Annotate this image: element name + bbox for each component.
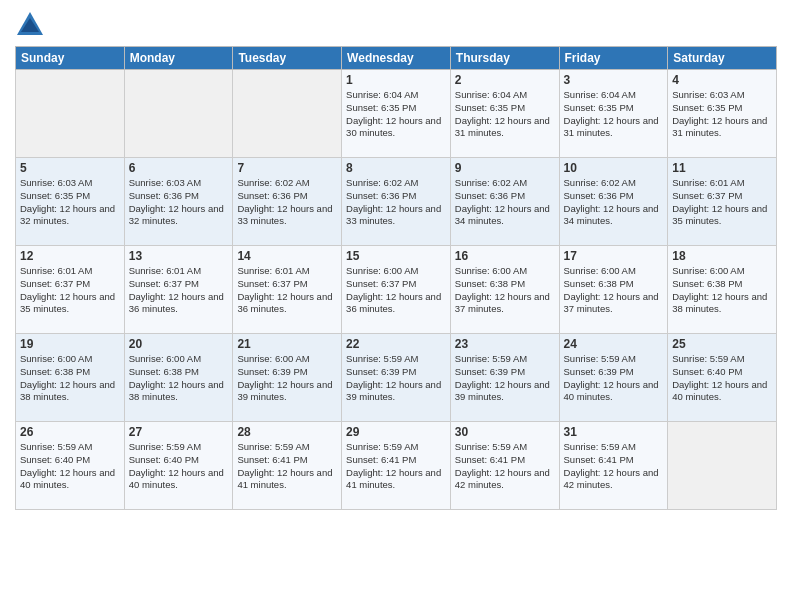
weekday-header: Friday	[559, 47, 668, 70]
day-number: 2	[455, 73, 555, 87]
day-number: 22	[346, 337, 446, 351]
calendar-cell: 8Sunrise: 6:02 AM Sunset: 6:36 PM Daylig…	[342, 158, 451, 246]
day-info: Sunrise: 6:02 AM Sunset: 6:36 PM Dayligh…	[346, 177, 446, 228]
day-info: Sunrise: 6:01 AM Sunset: 6:37 PM Dayligh…	[237, 265, 337, 316]
calendar-cell: 28Sunrise: 5:59 AM Sunset: 6:41 PM Dayli…	[233, 422, 342, 510]
day-number: 31	[564, 425, 664, 439]
calendar-cell: 9Sunrise: 6:02 AM Sunset: 6:36 PM Daylig…	[450, 158, 559, 246]
calendar-cell: 16Sunrise: 6:00 AM Sunset: 6:38 PM Dayli…	[450, 246, 559, 334]
day-info: Sunrise: 5:59 AM Sunset: 6:39 PM Dayligh…	[346, 353, 446, 404]
calendar-week-row: 1Sunrise: 6:04 AM Sunset: 6:35 PM Daylig…	[16, 70, 777, 158]
calendar-cell	[124, 70, 233, 158]
calendar-cell: 11Sunrise: 6:01 AM Sunset: 6:37 PM Dayli…	[668, 158, 777, 246]
weekday-header: Sunday	[16, 47, 125, 70]
calendar-cell: 14Sunrise: 6:01 AM Sunset: 6:37 PM Dayli…	[233, 246, 342, 334]
calendar-cell: 13Sunrise: 6:01 AM Sunset: 6:37 PM Dayli…	[124, 246, 233, 334]
calendar-cell: 10Sunrise: 6:02 AM Sunset: 6:36 PM Dayli…	[559, 158, 668, 246]
day-info: Sunrise: 6:02 AM Sunset: 6:36 PM Dayligh…	[455, 177, 555, 228]
calendar-cell: 6Sunrise: 6:03 AM Sunset: 6:36 PM Daylig…	[124, 158, 233, 246]
day-number: 28	[237, 425, 337, 439]
day-number: 26	[20, 425, 120, 439]
day-number: 20	[129, 337, 229, 351]
calendar-cell	[668, 422, 777, 510]
day-info: Sunrise: 6:00 AM Sunset: 6:37 PM Dayligh…	[346, 265, 446, 316]
weekday-header: Wednesday	[342, 47, 451, 70]
day-number: 29	[346, 425, 446, 439]
day-info: Sunrise: 6:00 AM Sunset: 6:38 PM Dayligh…	[564, 265, 664, 316]
day-info: Sunrise: 6:02 AM Sunset: 6:36 PM Dayligh…	[237, 177, 337, 228]
day-number: 10	[564, 161, 664, 175]
calendar-cell: 2Sunrise: 6:04 AM Sunset: 6:35 PM Daylig…	[450, 70, 559, 158]
day-number: 25	[672, 337, 772, 351]
calendar-cell: 4Sunrise: 6:03 AM Sunset: 6:35 PM Daylig…	[668, 70, 777, 158]
day-info: Sunrise: 5:59 AM Sunset: 6:39 PM Dayligh…	[564, 353, 664, 404]
calendar-cell: 30Sunrise: 5:59 AM Sunset: 6:41 PM Dayli…	[450, 422, 559, 510]
day-info: Sunrise: 5:59 AM Sunset: 6:41 PM Dayligh…	[455, 441, 555, 492]
day-info: Sunrise: 6:04 AM Sunset: 6:35 PM Dayligh…	[346, 89, 446, 140]
calendar-cell: 20Sunrise: 6:00 AM Sunset: 6:38 PM Dayli…	[124, 334, 233, 422]
calendar-cell: 12Sunrise: 6:01 AM Sunset: 6:37 PM Dayli…	[16, 246, 125, 334]
calendar-cell: 27Sunrise: 5:59 AM Sunset: 6:40 PM Dayli…	[124, 422, 233, 510]
calendar: SundayMondayTuesdayWednesdayThursdayFrid…	[15, 46, 777, 510]
day-info: Sunrise: 6:03 AM Sunset: 6:36 PM Dayligh…	[129, 177, 229, 228]
day-number: 21	[237, 337, 337, 351]
logo-icon	[15, 10, 45, 40]
day-info: Sunrise: 6:01 AM Sunset: 6:37 PM Dayligh…	[20, 265, 120, 316]
day-number: 27	[129, 425, 229, 439]
calendar-cell: 31Sunrise: 5:59 AM Sunset: 6:41 PM Dayli…	[559, 422, 668, 510]
day-number: 13	[129, 249, 229, 263]
header	[15, 10, 777, 40]
calendar-cell: 7Sunrise: 6:02 AM Sunset: 6:36 PM Daylig…	[233, 158, 342, 246]
calendar-week-row: 19Sunrise: 6:00 AM Sunset: 6:38 PM Dayli…	[16, 334, 777, 422]
day-number: 17	[564, 249, 664, 263]
day-info: Sunrise: 6:00 AM Sunset: 6:38 PM Dayligh…	[20, 353, 120, 404]
weekday-header: Tuesday	[233, 47, 342, 70]
weekday-header: Monday	[124, 47, 233, 70]
calendar-cell: 15Sunrise: 6:00 AM Sunset: 6:37 PM Dayli…	[342, 246, 451, 334]
day-info: Sunrise: 6:01 AM Sunset: 6:37 PM Dayligh…	[672, 177, 772, 228]
page: SundayMondayTuesdayWednesdayThursdayFrid…	[0, 0, 792, 612]
day-info: Sunrise: 6:03 AM Sunset: 6:35 PM Dayligh…	[20, 177, 120, 228]
day-info: Sunrise: 5:59 AM Sunset: 6:39 PM Dayligh…	[455, 353, 555, 404]
day-info: Sunrise: 5:59 AM Sunset: 6:41 PM Dayligh…	[237, 441, 337, 492]
day-number: 7	[237, 161, 337, 175]
calendar-cell: 25Sunrise: 5:59 AM Sunset: 6:40 PM Dayli…	[668, 334, 777, 422]
day-number: 24	[564, 337, 664, 351]
day-info: Sunrise: 5:59 AM Sunset: 6:40 PM Dayligh…	[129, 441, 229, 492]
calendar-week-row: 5Sunrise: 6:03 AM Sunset: 6:35 PM Daylig…	[16, 158, 777, 246]
day-number: 14	[237, 249, 337, 263]
day-info: Sunrise: 6:01 AM Sunset: 6:37 PM Dayligh…	[129, 265, 229, 316]
calendar-cell: 17Sunrise: 6:00 AM Sunset: 6:38 PM Dayli…	[559, 246, 668, 334]
day-info: Sunrise: 6:00 AM Sunset: 6:38 PM Dayligh…	[672, 265, 772, 316]
logo	[15, 10, 49, 40]
day-info: Sunrise: 5:59 AM Sunset: 6:40 PM Dayligh…	[20, 441, 120, 492]
calendar-cell: 29Sunrise: 5:59 AM Sunset: 6:41 PM Dayli…	[342, 422, 451, 510]
day-number: 6	[129, 161, 229, 175]
day-info: Sunrise: 6:00 AM Sunset: 6:38 PM Dayligh…	[455, 265, 555, 316]
calendar-cell: 22Sunrise: 5:59 AM Sunset: 6:39 PM Dayli…	[342, 334, 451, 422]
calendar-cell: 26Sunrise: 5:59 AM Sunset: 6:40 PM Dayli…	[16, 422, 125, 510]
calendar-cell: 1Sunrise: 6:04 AM Sunset: 6:35 PM Daylig…	[342, 70, 451, 158]
day-info: Sunrise: 6:00 AM Sunset: 6:39 PM Dayligh…	[237, 353, 337, 404]
day-number: 3	[564, 73, 664, 87]
day-number: 11	[672, 161, 772, 175]
calendar-cell: 19Sunrise: 6:00 AM Sunset: 6:38 PM Dayli…	[16, 334, 125, 422]
day-number: 1	[346, 73, 446, 87]
day-number: 8	[346, 161, 446, 175]
day-info: Sunrise: 5:59 AM Sunset: 6:41 PM Dayligh…	[564, 441, 664, 492]
calendar-cell	[16, 70, 125, 158]
calendar-cell: 18Sunrise: 6:00 AM Sunset: 6:38 PM Dayli…	[668, 246, 777, 334]
weekday-header: Saturday	[668, 47, 777, 70]
calendar-cell: 5Sunrise: 6:03 AM Sunset: 6:35 PM Daylig…	[16, 158, 125, 246]
calendar-cell: 24Sunrise: 5:59 AM Sunset: 6:39 PM Dayli…	[559, 334, 668, 422]
day-info: Sunrise: 6:04 AM Sunset: 6:35 PM Dayligh…	[564, 89, 664, 140]
day-number: 9	[455, 161, 555, 175]
day-info: Sunrise: 5:59 AM Sunset: 6:40 PM Dayligh…	[672, 353, 772, 404]
calendar-week-row: 12Sunrise: 6:01 AM Sunset: 6:37 PM Dayli…	[16, 246, 777, 334]
day-number: 15	[346, 249, 446, 263]
day-info: Sunrise: 6:03 AM Sunset: 6:35 PM Dayligh…	[672, 89, 772, 140]
day-number: 18	[672, 249, 772, 263]
calendar-header-row: SundayMondayTuesdayWednesdayThursdayFrid…	[16, 47, 777, 70]
day-info: Sunrise: 5:59 AM Sunset: 6:41 PM Dayligh…	[346, 441, 446, 492]
calendar-cell: 3Sunrise: 6:04 AM Sunset: 6:35 PM Daylig…	[559, 70, 668, 158]
